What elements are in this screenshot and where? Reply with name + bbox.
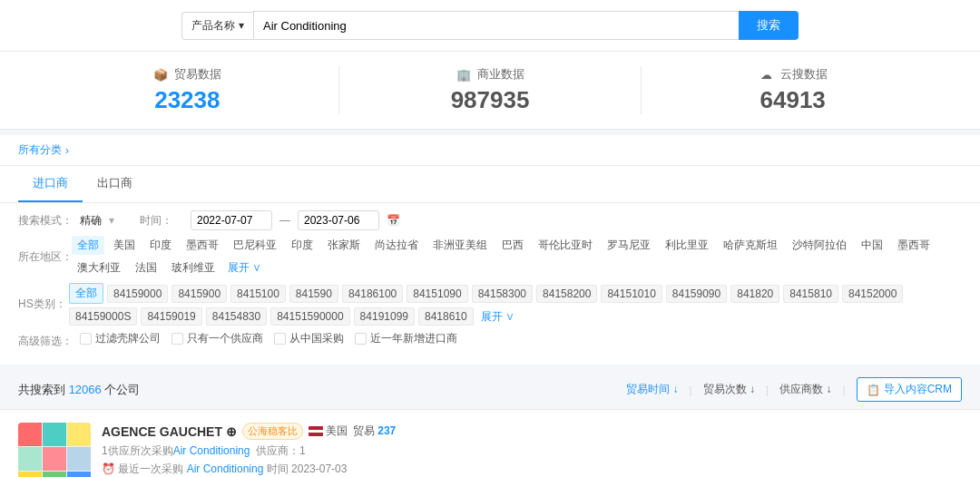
sort-supplier-count[interactable]: 供应商数 ↓ [779,382,831,397]
sort-trade-count[interactable]: 贸易次数 ↓ [703,382,755,397]
sort-time[interactable]: 贸易时间 ↓ [626,382,678,397]
company-name-row: AGENCE GAUCHET ⊕ 公海稳客比 美国 贸易 237 [102,423,962,440]
checkbox-china[interactable] [274,333,286,345]
checkbox-single[interactable] [172,333,183,345]
hs-tag-12[interactable]: 8415810 [783,285,838,303]
stat-commerce-value: 987935 [451,86,530,114]
region-tag-cn[interactable]: 中国 [856,236,888,255]
svg-rect-8 [43,472,66,477]
checkbox-new[interactable] [355,333,367,345]
hs-tag-2[interactable]: 8415900 [172,285,227,303]
search-wrapper: 产品名称 ▾ 搜索 [181,11,799,40]
region-tag-india[interactable]: 印度 [144,236,177,255]
hs-tag-6[interactable]: 84151090 [407,285,467,303]
export-crm-button[interactable]: 📋 导入内容CRM [857,377,962,402]
region-tag-bo[interactable]: 玻利维亚 [166,258,220,277]
date-separator: — [279,214,290,227]
region-tag-mex3[interactable]: 墨西哥 [892,236,936,255]
adv-shell[interactable]: 过滤壳牌公司 [80,331,161,346]
search-mode-value: 精确 [80,213,102,229]
company-name-1[interactable]: AGENCE GAUCHET ⊕ [102,424,237,439]
svg-rect-7 [18,472,42,477]
flag-icon-1 [309,426,323,436]
svg-rect-4 [18,447,42,471]
hs-label: HS类别： [18,297,62,312]
commerce-icon: 🏢 [456,66,472,83]
search-type-select[interactable]: 产品名称 ▾ [181,12,253,40]
country-flag-1: 美国 [309,423,348,439]
search-input[interactable] [253,11,739,40]
hs-tag-14[interactable]: 84159000S [69,307,137,326]
hs-tag-8[interactable]: 84158200 [536,285,597,303]
sort-options: 贸易时间 ↓ | 贸易次数 ↓ | 供应商数 ↓ | 📋 导入内容CRM [626,377,962,402]
region-tag-au[interactable]: 澳大利亚 [72,258,126,277]
sort-divider-1: | [690,384,692,396]
hs-tag-5[interactable]: 84186100 [342,285,403,303]
hs-tag-3[interactable]: 8415100 [230,285,286,303]
hs-expand-btn[interactable]: 展开 ∨ [481,309,514,325]
advanced-label: 高级筛选： [18,334,73,349]
search-button[interactable]: 搜索 [739,11,799,40]
tab-import[interactable]: 进口商 [18,166,83,202]
region-tags: 全部 美国 印度 墨西哥 巴尼科亚 印度 张家斯 尚达拉省 非洲亚美组 巴西 哥… [72,236,962,277]
result-count: 共搜索到 12066 个公司 [18,382,140,398]
hs-tag-4[interactable]: 841590 [289,285,338,303]
region-tag-sa[interactable]: 沙特阿拉伯 [787,236,852,255]
hs-tags: 全部 84159000 8415900 8415100 841590 84186… [69,283,962,326]
stat-commerce-label: 🏢 商业数据 [456,66,524,83]
region-tag-brazil[interactable]: 巴西 [496,236,529,255]
region-tag-mexico2[interactable]: 张家斯 [322,236,366,255]
region-tag-us[interactable]: 美国 [108,236,141,255]
tabs-wrap: 进口商 出口商 [0,166,980,203]
hs-tag-10[interactable]: 84159090 [666,285,727,303]
adv-single[interactable]: 只有一个供应商 [172,331,263,346]
region-tag-mexico[interactable]: 墨西哥 [181,236,224,255]
region-tag-bny[interactable]: 巴尼科亚 [228,236,282,255]
date-to-input[interactable] [298,210,379,230]
region-tag-peru[interactable]: 尚达拉省 [369,236,424,255]
stats-bar: 📦 贸易数据 23238 🏢 商业数据 987935 ☁ 云搜数据 64913 [0,52,980,130]
hs-tag-13[interactable]: 84152000 [842,285,903,303]
region-tag-lib[interactable]: 利比里亚 [660,236,714,255]
region-tag-ro[interactable]: 罗马尼亚 [602,236,656,255]
adv-new-importer[interactable]: 近一年新增进口商 [355,331,457,346]
filter-row-advanced: 高级筛选： 过滤壳牌公司 只有一个供应商 从中国采购 近一年新增进口商 [18,331,962,352]
region-tag-all[interactable]: 全部 [72,236,104,255]
svg-rect-9 [67,472,91,477]
stat-cloud-label: ☁ 云搜数据 [759,66,828,83]
classify-bar[interactable]: 所有分类 › [0,135,980,166]
last-trade-1: ⏰ 最近一次采购 Air Conditioning 时间 2023-07-03 [102,462,962,477]
tab-export[interactable]: 出口商 [83,166,147,202]
date-from-input[interactable] [191,210,272,230]
svg-rect-1 [18,423,42,446]
stat-trade: 📦 贸易数据 23238 [36,66,338,114]
hs-tag-11[interactable]: 841820 [730,285,779,303]
company-meta-1: 1供应所次采购Air Conditioning 供应商：1 [102,443,962,459]
company-logo [18,423,91,477]
region-tag-africa[interactable]: 非洲亚美组 [427,236,493,255]
export-icon: 📋 [867,384,880,396]
hs-tag-17[interactable]: 84151590000 [270,307,349,326]
adv-china[interactable]: 从中国采购 [274,331,344,346]
checkbox-shell[interactable] [80,333,92,345]
hs-tag-9[interactable]: 84151010 [601,285,662,303]
calendar-icon: 📅 [387,214,400,227]
hs-tag-18[interactable]: 84191099 [354,307,415,326]
region-tag-fr[interactable]: 法国 [130,258,162,277]
svg-rect-5 [43,447,66,471]
region-tag-col[interactable]: 哥伦比亚时 [533,236,598,255]
advanced-items: 过滤壳牌公司 只有一个供应商 从中国采购 近一年新增进口商 [80,331,457,346]
region-tag-india2[interactable]: 印度 [286,236,318,255]
filter-row-regions: 所在地区： 全部 美国 印度 墨西哥 巴尼科亚 印度 张家斯 尚达拉省 非洲亚美… [18,236,962,277]
hs-tag-7[interactable]: 84158300 [472,285,533,303]
region-tag-kaz[interactable]: 哈萨克斯坦 [718,236,783,255]
region-expand-btn[interactable]: 展开 ∨ [228,260,261,276]
hs-tag-1[interactable]: 84159000 [107,285,168,303]
hs-tag-15[interactable]: 84159019 [141,307,201,326]
chevron-mode-icon: ▾ [109,214,114,227]
svg-rect-2 [43,423,66,446]
hs-tag-16[interactable]: 84154830 [206,307,267,326]
hs-tag-19[interactable]: 8418610 [418,307,474,326]
classify-label: 所有分类 [18,142,62,158]
hs-tag-all[interactable]: 全部 [69,283,103,304]
